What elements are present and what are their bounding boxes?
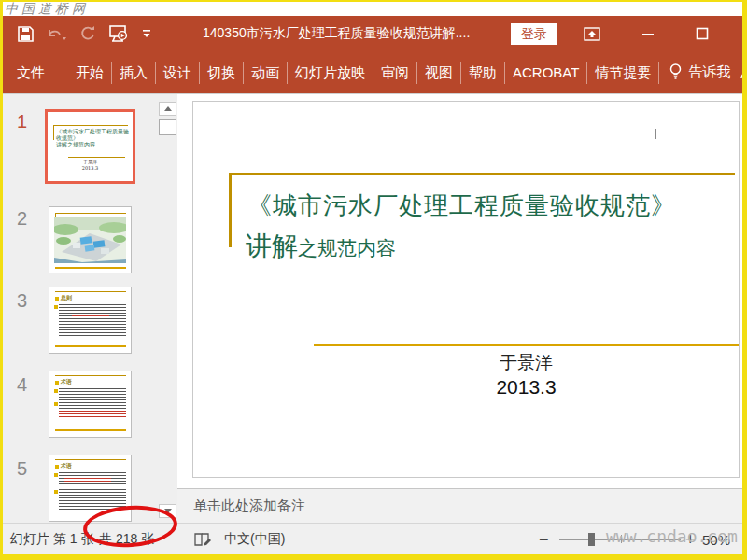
- window-inner: 中国道桥网 140350市污水厂处理工程质量验收: [3, 2, 742, 554]
- thumb-body-text: [59, 304, 126, 338]
- top-watermark: 中国道桥网: [3, 2, 742, 16]
- slide-gold-line-bottom: [314, 344, 739, 346]
- slide-number: 1: [17, 111, 27, 133]
- thumb-heading: 术语: [55, 462, 72, 470]
- scrollbar-thumb[interactable]: [159, 119, 176, 135]
- slide-count-status[interactable]: 共 218 张: [99, 524, 154, 554]
- thumb-gold-line: [55, 375, 126, 376]
- spellcheck-icon[interactable]: [194, 524, 212, 554]
- undo-icon[interactable]: [47, 27, 67, 41]
- tab-insert[interactable]: 插入: [112, 51, 155, 93]
- tab-design[interactable]: 设计: [156, 51, 199, 93]
- thumb-gold-line: [53, 125, 128, 126]
- app-window: 中国道桥网 140350市污水厂处理工程质量验收: [0, 0, 747, 560]
- title-bar: 140350市污水厂处理工程质量验收规范讲解.... 登录: [3, 16, 742, 51]
- bullet-icon: [54, 473, 58, 477]
- slide-author: 于景洋: [314, 351, 739, 375]
- ribbon-tab-bar: 文件 开始 插入 设计 切换 动画 幻灯片放映 审阅 视图 帮助 ACROBAT…: [3, 51, 742, 93]
- slide-title-line2: 讲解之规范内容: [246, 229, 396, 264]
- quick-access-toolbar: [18, 16, 151, 51]
- slide-thumbnail-panel: 1 《城市污水厂处理工程质量验收规范》 讲解之规范内容 于景洋 2013.3 2: [3, 94, 177, 523]
- slide-gold-line-top: [229, 173, 735, 175]
- thumb-gold-line: [55, 267, 126, 269]
- tab-file[interactable]: 文件: [3, 51, 59, 93]
- thumb-heading: 总则: [55, 294, 72, 302]
- scroll-up-button[interactable]: [159, 102, 176, 116]
- tab-storyboarding[interactable]: 情节提要: [587, 51, 658, 93]
- slide-date: 2013.3: [314, 376, 739, 399]
- thumb-body-text: [59, 388, 126, 411]
- slide-position-status[interactable]: 幻灯片 第 1 张: [10, 524, 93, 554]
- tab-transitions[interactable]: 切换: [200, 51, 243, 93]
- slide-thumbnail-5[interactable]: 术语: [49, 455, 132, 522]
- language-status[interactable]: 中文(中国): [224, 524, 285, 554]
- slide-thumbnail-4[interactable]: 术语: [49, 371, 132, 438]
- person-add-icon: [740, 63, 742, 82]
- thumb-gold-line: [55, 213, 126, 214]
- bullet-icon: [55, 465, 59, 469]
- tab-help[interactable]: 帮助: [461, 51, 504, 93]
- thumb-gold-line: [68, 157, 125, 158]
- tab-acrobat[interactable]: ACROBAT: [505, 51, 586, 93]
- slide-editor: 《城市污水厂处理工程质量验收规范》 讲解之规范内容 于景洋 2013.3: [177, 94, 742, 488]
- save-icon[interactable]: [18, 26, 34, 42]
- plant-aerial-photo: [54, 217, 126, 263]
- slide-number: 4: [17, 374, 27, 396]
- redo-icon[interactable]: [80, 26, 95, 41]
- editor-column: 《城市污水厂处理工程质量验收规范》 讲解之规范内容 于景洋 2013.3 单击此…: [177, 94, 742, 523]
- slide-title-line1: 《城市污水厂处理工程质量验收规范》: [247, 189, 676, 222]
- thumb-date: 2013.3: [48, 165, 133, 171]
- up-arrow-icon: [164, 106, 172, 111]
- slide-number: 3: [17, 290, 27, 312]
- thumb-gold-line: [55, 291, 126, 292]
- scroll-down-button[interactable]: [159, 504, 176, 518]
- thumb-red-text: [72, 315, 109, 318]
- thumb-red-text: [64, 478, 111, 483]
- slide-gold-line-vertical: [229, 173, 232, 247]
- thumb-gold-line: [55, 429, 126, 431]
- tell-me-box[interactable]: 告诉我: [659, 63, 740, 82]
- zoom-out-button[interactable]: −: [539, 524, 549, 554]
- thumb-title-text2: 讲解之规范内容: [56, 141, 95, 149]
- content-area: 1 《城市污水厂处理工程质量验收规范》 讲解之规范内容 于景洋 2013.3 2: [3, 93, 742, 523]
- bullet-icon: [54, 389, 58, 393]
- share-button[interactable]: 共: [740, 63, 742, 82]
- slide-canvas[interactable]: 《城市污水厂处理工程质量验收规范》 讲解之规范内容 于景洋 2013.3: [192, 101, 740, 478]
- ribbon-display-options-icon[interactable]: [584, 16, 600, 51]
- tab-view[interactable]: 视图: [417, 51, 460, 93]
- thumb-body-text: [59, 489, 126, 511]
- lightbulb-icon: [669, 63, 683, 82]
- title2-large: 讲解: [246, 231, 298, 261]
- tab-home[interactable]: 开始: [68, 51, 111, 93]
- title2-small: 之规范内容: [298, 237, 396, 259]
- zoom-slider-thumb[interactable]: [588, 533, 595, 546]
- bottom-watermark: www.cndao.com: [606, 526, 738, 546]
- text-cursor-mark: [655, 129, 656, 139]
- slide-thumbnail-2[interactable]: [49, 206, 132, 273]
- thumb-gold-line: [55, 345, 126, 347]
- thumb-gold-line: [53, 125, 54, 140]
- slide-thumbnail-3[interactable]: 总则: [49, 287, 132, 354]
- login-button[interactable]: 登录: [511, 23, 557, 45]
- tab-animations[interactable]: 动画: [244, 51, 287, 93]
- qat-more-icon[interactable]: [142, 29, 151, 38]
- down-arrow-icon: [164, 509, 172, 513]
- maximize-icon[interactable]: [696, 16, 709, 51]
- minimize-icon[interactable]: [641, 16, 655, 51]
- notes-placeholder: 单击此处添加备注: [193, 497, 305, 515]
- slide-number: 2: [17, 208, 27, 230]
- tab-review[interactable]: 审阅: [374, 51, 416, 93]
- start-slideshow-icon[interactable]: [108, 24, 129, 43]
- thumb-heading: 术语: [55, 378, 72, 386]
- thumb-gold-line: [55, 459, 126, 460]
- bullet-icon: [54, 305, 58, 309]
- slide-thumbnail-1[interactable]: 《城市污水厂处理工程质量验收规范》 讲解之规范内容 于景洋 2013.3: [45, 109, 135, 184]
- thumb-title-text: 《城市污水厂处理工程质量验收规范》: [56, 128, 129, 141]
- tell-me-label: 告诉我: [688, 63, 730, 81]
- bullet-icon: [55, 297, 59, 301]
- bullet-icon: [54, 402, 58, 406]
- tab-slideshow[interactable]: 幻灯片放映: [288, 51, 373, 93]
- thumb-red-text: [59, 411, 126, 419]
- notes-pane[interactable]: 单击此处添加备注: [177, 488, 742, 523]
- document-title: 140350市污水厂处理工程质量验收规范讲解....: [203, 16, 470, 51]
